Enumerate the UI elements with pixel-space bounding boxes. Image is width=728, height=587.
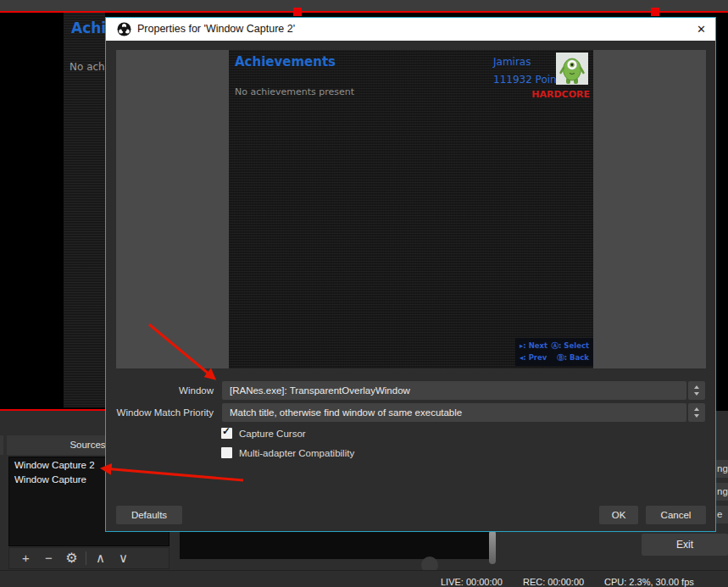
username-text: Jamiras [493, 56, 531, 68]
status-bar: LIVE: 00:00:00 REC: 00:00:00 CPU: 2.3%, … [0, 570, 728, 587]
clipped-label: ng [717, 486, 728, 496]
dialog-titlebar: Properties for 'Window Capture 2' ✕ [106, 18, 715, 41]
window-match-priority-spinner[interactable] [688, 403, 705, 422]
window-label: Window [106, 381, 214, 400]
achievements-heading: Achievements [235, 54, 336, 69]
hint-select: Ⓐ: Select [551, 340, 589, 352]
captured-window: Achievements No achievements present Jam… [229, 50, 593, 368]
obs-logo-icon [117, 22, 131, 36]
clipped-label: e [717, 509, 722, 519]
window-select[interactable]: [RANes.exe]: TransparentOverlayWindow [222, 381, 686, 400]
scene-item-resize-handle[interactable] [293, 8, 302, 16]
spinner-down-icon [694, 414, 699, 418]
ok-button[interactable]: OK [599, 506, 638, 524]
background-achievements-message: No achi [69, 61, 105, 73]
background-capture-window: Achie No achi [64, 13, 105, 407]
toolbar-divider [86, 551, 86, 565]
clipped-label: ng [717, 463, 728, 473]
obs-toolbar-strip [0, 0, 728, 11]
mixer-scrollbar-thumb[interactable] [489, 530, 496, 564]
window-match-priority-label: Window Match Priority [106, 403, 214, 422]
points-text: 111932 Points [493, 74, 566, 86]
multi-adapter-checkbox[interactable] [221, 447, 232, 458]
rec-time: REC: 00:00:00 [523, 577, 584, 587]
user-avatar [556, 53, 588, 85]
scenes-panel-edge [0, 435, 3, 455]
achievements-empty-message: No achievements present [235, 86, 354, 97]
hardcore-badge: HARDCORE [531, 89, 590, 100]
scene-item-resize-handle[interactable] [651, 8, 659, 16]
scene-item-border-top [0, 11, 728, 13]
capture-cursor-checkbox[interactable]: ✓ [221, 428, 232, 439]
window-select-spinner[interactable] [688, 381, 705, 400]
spinner-up-icon [694, 385, 699, 389]
hint-prev: ◂: Prev [520, 352, 547, 363]
cancel-button[interactable]: Cancel [646, 506, 706, 524]
source-properties-gear-icon[interactable]: ⚙ [60, 548, 83, 568]
capture-preview-area: Achievements No achievements present Jam… [116, 50, 706, 368]
window-match-priority-value: Match title, otherwise find window of sa… [222, 403, 686, 422]
defaults-button[interactable]: Defaults [116, 506, 182, 524]
cpu-fps-stats: CPU: 2.3%, 30.00 fps [604, 577, 694, 587]
sources-panel-title: Sources [69, 440, 105, 450]
window-match-priority-select[interactable]: Match title, otherwise find window of sa… [222, 403, 686, 422]
add-source-icon[interactable]: + [14, 548, 37, 568]
move-source-up-icon[interactable]: ∧ [89, 548, 112, 568]
spinner-down-icon [694, 392, 699, 396]
close-icon[interactable]: ✕ [697, 18, 706, 41]
move-source-down-icon[interactable]: ∨ [112, 548, 135, 568]
controller-hints-box: ▸: Next Ⓐ: Select ◂: Prev Ⓑ: Back [515, 338, 593, 366]
start-streaming-button-clipped[interactable]: ng [716, 460, 728, 478]
hint-next: ▸: Next [520, 340, 547, 352]
sources-toolbar: + − ⚙ ∧ ∨ [8, 547, 169, 569]
check-icon: ✓ [222, 425, 231, 437]
hint-back: Ⓑ: Back [557, 352, 589, 363]
obs-main-window: Achie No achi Sources Window Capture 2 W… [0, 0, 728, 587]
exit-button[interactable]: Exit [642, 534, 728, 556]
start-recording-button-clipped[interactable]: ng [716, 483, 728, 501]
properties-dialog: Properties for 'Window Capture 2' ✕ Achi… [105, 17, 716, 532]
live-time: LIVE: 00:00:00 [441, 577, 503, 587]
studio-mode-button-clipped[interactable]: e [716, 506, 728, 523]
capture-cursor-label: Capture Cursor [239, 428, 306, 440]
window-select-value: [RANes.exe]: TransparentOverlayWindow [222, 381, 686, 400]
multi-adapter-label: Multi-adapter Compatibility [239, 447, 354, 459]
spinner-up-icon [694, 407, 699, 411]
background-achievements-heading: Achie [71, 19, 105, 36]
dialog-title: Properties for 'Window Capture 2' [137, 18, 295, 41]
remove-source-icon[interactable]: − [37, 548, 60, 568]
